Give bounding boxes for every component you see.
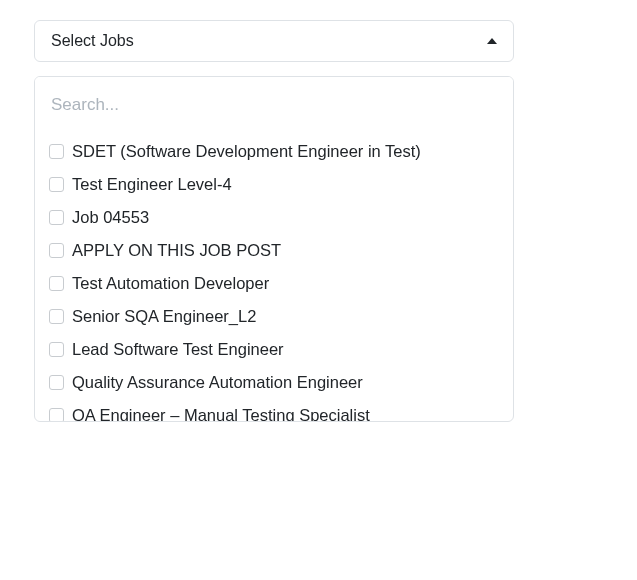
option-row[interactable]: Test Engineer Level-4 bbox=[49, 168, 503, 201]
select-jobs-label: Select Jobs bbox=[51, 32, 134, 50]
option-row[interactable]: APPLY ON THIS JOB POST bbox=[49, 234, 503, 267]
option-row[interactable]: Senior SQA Engineer_L2 bbox=[49, 300, 503, 333]
checkbox-icon[interactable] bbox=[49, 144, 64, 159]
option-label: Lead Software Test Engineer bbox=[72, 340, 284, 359]
options-list[interactable]: SDET (Software Development Engineer in T… bbox=[35, 133, 513, 421]
select-jobs-trigger[interactable]: Select Jobs bbox=[34, 20, 514, 62]
option-row[interactable]: Test Automation Developer bbox=[49, 267, 503, 300]
option-label: Senior SQA Engineer_L2 bbox=[72, 307, 256, 326]
option-label: Test Automation Developer bbox=[72, 274, 269, 293]
option-label: APPLY ON THIS JOB POST bbox=[72, 241, 281, 260]
option-row[interactable]: SDET (Software Development Engineer in T… bbox=[49, 135, 503, 168]
checkbox-icon[interactable] bbox=[49, 375, 64, 390]
select-jobs-dropdown: SDET (Software Development Engineer in T… bbox=[34, 76, 514, 422]
option-label: Quality Assurance Automation Engineer bbox=[72, 373, 363, 392]
checkbox-icon[interactable] bbox=[49, 243, 64, 258]
checkbox-icon[interactable] bbox=[49, 210, 64, 225]
option-label: SDET (Software Development Engineer in T… bbox=[72, 142, 421, 161]
search-input[interactable] bbox=[35, 77, 513, 133]
option-row[interactable]: Job 04553 bbox=[49, 201, 503, 234]
option-label: QA Engineer – Manual Testing Specialist bbox=[72, 406, 370, 421]
option-row[interactable]: Quality Assurance Automation Engineer bbox=[49, 366, 503, 399]
search-wrapper bbox=[35, 77, 513, 133]
checkbox-icon[interactable] bbox=[49, 342, 64, 357]
option-label: Job 04553 bbox=[72, 208, 149, 227]
option-label: Test Engineer Level-4 bbox=[72, 175, 232, 194]
checkbox-icon[interactable] bbox=[49, 177, 64, 192]
checkbox-icon[interactable] bbox=[49, 408, 64, 421]
checkbox-icon[interactable] bbox=[49, 276, 64, 291]
checkbox-icon[interactable] bbox=[49, 309, 64, 324]
option-row[interactable]: QA Engineer – Manual Testing Specialist bbox=[49, 399, 503, 421]
chevron-up-icon bbox=[487, 38, 497, 44]
option-row[interactable]: Lead Software Test Engineer bbox=[49, 333, 503, 366]
